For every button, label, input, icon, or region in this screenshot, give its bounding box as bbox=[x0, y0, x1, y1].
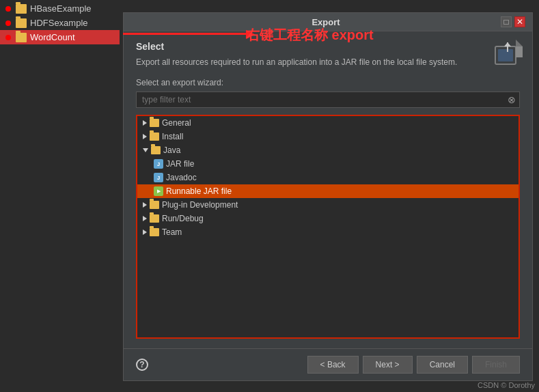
export-tree: General Install Java J JAR file J bbox=[136, 115, 520, 339]
svg-marker-2 bbox=[516, 40, 523, 46]
red-dot-icon bbox=[5, 6, 11, 12]
sidebar-item-wordcount[interactable]: WordCount bbox=[0, 30, 120, 44]
arrow-down-icon bbox=[143, 148, 148, 152]
tree-item-label: Java bbox=[163, 145, 180, 155]
search-input[interactable] bbox=[136, 92, 520, 108]
finish-button[interactable]: Finish bbox=[472, 356, 520, 374]
tree-item-team[interactable]: Team bbox=[137, 225, 519, 239]
tree-item-runnable-jar[interactable]: ▶ Runnable JAR file bbox=[137, 184, 519, 198]
arrow-right-icon bbox=[143, 120, 147, 126]
tree-item-label: Run/Debug bbox=[162, 214, 204, 223]
search-clear-icon[interactable]: ⊗ bbox=[508, 94, 516, 105]
folder-icon bbox=[16, 33, 27, 42]
export-dialog: Export □ ✕ Select Export all resources r… bbox=[123, 12, 533, 381]
tree-item-general[interactable]: General bbox=[137, 116, 519, 130]
search-container: ⊗ bbox=[136, 92, 520, 108]
folder-icon bbox=[150, 214, 159, 223]
arrow-right-icon bbox=[143, 202, 147, 208]
sidebar-item-label: HBaseExample bbox=[30, 3, 92, 14]
description: Export all resources required to run an … bbox=[136, 56, 520, 68]
dialog-footer: ? < Back Next > Cancel Finish bbox=[124, 348, 532, 380]
maximize-button[interactable]: □ bbox=[501, 16, 512, 27]
folder-icon bbox=[151, 146, 161, 154]
folder-icon bbox=[150, 119, 159, 127]
next-button[interactable]: Next > bbox=[363, 356, 413, 374]
svg-rect-3 bbox=[516, 46, 523, 57]
tree-item-label: Plug-in Development bbox=[162, 200, 238, 210]
runnable-icon: ▶ bbox=[154, 186, 163, 196]
footer-buttons: < Back Next > Cancel Finish bbox=[307, 356, 520, 374]
folder-icon bbox=[16, 4, 27, 14]
tree-item-label: Runnable JAR file bbox=[166, 186, 232, 196]
help-button[interactable]: ? bbox=[136, 359, 148, 371]
tree-item-label: Install bbox=[162, 132, 183, 141]
tree-item-plugin[interactable]: Plug-in Development bbox=[137, 198, 519, 212]
dialog-body: Select Export all resources required to … bbox=[124, 31, 532, 348]
tree-item-java[interactable]: Java bbox=[137, 143, 519, 157]
title-bar-buttons: □ ✕ bbox=[501, 16, 525, 27]
folder-icon bbox=[150, 201, 159, 209]
dialog-title: Export bbox=[151, 17, 501, 27]
watermark: CSDN © Dorothy bbox=[478, 381, 535, 389]
tree-item-label: Javadoc bbox=[166, 173, 197, 182]
svg-rect-1 bbox=[498, 49, 513, 61]
arrow-right-icon bbox=[143, 229, 147, 235]
red-dot-icon bbox=[5, 35, 11, 40]
svg-marker-5 bbox=[504, 42, 511, 46]
folder-icon bbox=[150, 228, 159, 236]
red-dot-icon bbox=[5, 20, 11, 26]
tree-item-javadoc[interactable]: J Javadoc bbox=[137, 171, 519, 184]
sidebar-item-label: WordCount bbox=[30, 32, 75, 42]
tree-item-rundebug[interactable]: Run/Debug bbox=[137, 212, 519, 225]
folder-icon bbox=[16, 18, 27, 28]
tree-item-jar-file[interactable]: J JAR file bbox=[137, 157, 519, 171]
folder-icon bbox=[150, 132, 159, 141]
tree-item-install[interactable]: Install bbox=[137, 130, 519, 143]
sidebar: HBaseExample HDFSexample WordCount bbox=[0, 0, 120, 392]
export-icon bbox=[493, 37, 525, 72]
wizard-label: Select an export wizard: bbox=[136, 78, 520, 87]
cancel-button[interactable]: Cancel bbox=[417, 356, 468, 374]
tree-item-label: JAR file bbox=[166, 159, 194, 169]
arrow-right-icon bbox=[143, 134, 147, 139]
java-icon: J bbox=[154, 159, 163, 169]
tree-item-label: Team bbox=[162, 227, 182, 237]
title-bar: Export □ ✕ bbox=[124, 13, 532, 31]
tree-item-label: General bbox=[162, 118, 191, 128]
section-title: Select bbox=[136, 41, 520, 52]
sidebar-item-hbaseexample[interactable]: HBaseExample bbox=[0, 1, 120, 16]
javadoc-icon: J bbox=[154, 173, 163, 182]
sidebar-item-hdfsexample[interactable]: HDFSexample bbox=[0, 16, 120, 30]
close-button[interactable]: ✕ bbox=[514, 16, 525, 27]
sidebar-item-label: HDFSexample bbox=[30, 18, 88, 28]
back-button[interactable]: < Back bbox=[307, 356, 359, 374]
arrow-right-icon bbox=[143, 216, 147, 221]
